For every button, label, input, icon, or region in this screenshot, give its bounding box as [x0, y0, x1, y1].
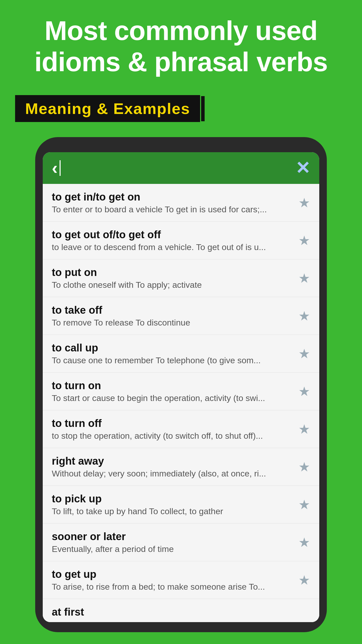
meaning-badge-wrapper: Meaning & Examples	[15, 95, 347, 122]
close-button[interactable]: ✕	[295, 159, 310, 177]
list-item-content: to pick up To lift, to take up by hand T…	[52, 493, 298, 516]
favorite-star-icon[interactable]: ★	[298, 497, 310, 512]
list-item[interactable]: to call up To cause one to remember To t…	[43, 335, 319, 373]
list-item-content: to turn on To start or cause to begin th…	[52, 380, 298, 403]
list-item-content: to get in/to get on To enter or to board…	[52, 191, 298, 214]
favorite-star-icon[interactable]: ★	[298, 384, 310, 399]
list-item[interactable]: right away Without delay; very soon; imm…	[43, 448, 319, 486]
list-item-desc: To arise, to rise from a bed; to make so…	[52, 582, 293, 592]
favorite-star-icon[interactable]: ★	[298, 573, 310, 588]
list-item-desc: To start or cause to begin the operation…	[52, 393, 293, 403]
list-item-desc: Eventually, after a period of time	[52, 544, 293, 554]
list-item-title: to get up	[52, 568, 293, 580]
list-item-title: to get out of/to get off	[52, 229, 293, 241]
meaning-badge: Meaning & Examples	[15, 95, 200, 122]
list-item-title: to turn on	[52, 380, 293, 392]
list-item[interactable]: to get in/to get on To enter or to board…	[43, 184, 319, 222]
list-item-content: to get out of/to get off to leave or to …	[52, 229, 298, 252]
list-item-content: to turn off to stop the operation, activ…	[52, 417, 298, 441]
list-item-content: sooner or later Eventually, after a peri…	[52, 531, 298, 554]
list-item-desc: To remove To release To discontinue	[52, 318, 293, 328]
meaning-badge-text: Meaning & Examples	[25, 100, 190, 117]
favorite-star-icon[interactable]: ★	[298, 535, 310, 550]
list-item-title: to take off	[52, 304, 293, 316]
list-item[interactable]: to turn off to stop the operation, activ…	[43, 410, 319, 448]
search-cursor	[60, 160, 61, 176]
list-item[interactable]: to pick up To lift, to take up by hand T…	[43, 486, 319, 524]
idioms-list: to get in/to get on To enter or to board…	[43, 184, 319, 622]
phone-screen: ‹ ✕ to get in/to get on To enter or to b…	[43, 152, 319, 622]
favorite-star-icon[interactable]: ★	[298, 459, 310, 474]
list-item-title: to get in/to get on	[52, 191, 293, 203]
list-item-title: to pick up	[52, 493, 293, 505]
list-item-desc: to leave or to descend from a vehicle. T…	[52, 242, 293, 252]
back-button[interactable]: ‹	[52, 159, 58, 177]
header-section: Most commonly used idioms & phrasal verb…	[0, 0, 362, 88]
list-item-desc: to stop the operation, activity (to swit…	[52, 431, 293, 441]
list-item-partial[interactable]: at first	[43, 599, 319, 622]
list-item-title: sooner or later	[52, 531, 293, 543]
phone-mockup: ‹ ✕ to get in/to get on To enter or to b…	[35, 137, 327, 632]
list-item-title: to put on	[52, 266, 293, 278]
list-item-content: to get up To arise, to rise from a bed; …	[52, 568, 298, 592]
badge-pipe-decoration	[201, 96, 205, 121]
list-item[interactable]: to turn on To start or cause to begin th…	[43, 373, 319, 410]
list-item-desc: To enter or to board a vehicle To get in…	[52, 205, 293, 214]
list-item[interactable]: to put on To clothe oneself with To appl…	[43, 259, 319, 297]
favorite-star-icon[interactable]: ★	[298, 422, 310, 437]
list-item-desc: To clothe oneself with To apply; activat…	[52, 280, 293, 290]
favorite-star-icon[interactable]: ★	[298, 308, 310, 324]
list-item[interactable]: to get up To arise, to rise from a bed; …	[43, 561, 319, 599]
list-item-desc: Without delay; very soon; immediately (a…	[52, 469, 293, 478]
list-item-title: to call up	[52, 342, 293, 354]
top-bar: ‹ ✕	[43, 152, 319, 184]
list-item[interactable]: to get out of/to get off to leave or to …	[43, 222, 319, 259]
list-item-content: to put on To clothe oneself with To appl…	[52, 266, 298, 290]
list-item-title: right away	[52, 455, 293, 467]
list-item-content: right away Without delay; very soon; imm…	[52, 455, 298, 478]
favorite-star-icon[interactable]: ★	[298, 346, 310, 361]
list-item-title: at first	[52, 606, 310, 618]
list-item-content: to take off To remove To release To disc…	[52, 304, 298, 328]
list-item-desc: To cause one to remember To telephone (t…	[52, 355, 293, 365]
favorite-star-icon[interactable]: ★	[298, 233, 310, 248]
page-title: Most commonly used idioms & phrasal verb…	[20, 15, 342, 77]
list-item-content: to call up To cause one to remember To t…	[52, 342, 298, 365]
favorite-star-icon[interactable]: ★	[298, 195, 310, 210]
list-item-title: to turn off	[52, 417, 293, 429]
favorite-star-icon[interactable]: ★	[298, 271, 310, 286]
list-item[interactable]: to take off To remove To release To disc…	[43, 297, 319, 335]
list-item[interactable]: sooner or later Eventually, after a peri…	[43, 524, 319, 561]
list-item-desc: To lift, to take up by hand To collect, …	[52, 506, 293, 516]
